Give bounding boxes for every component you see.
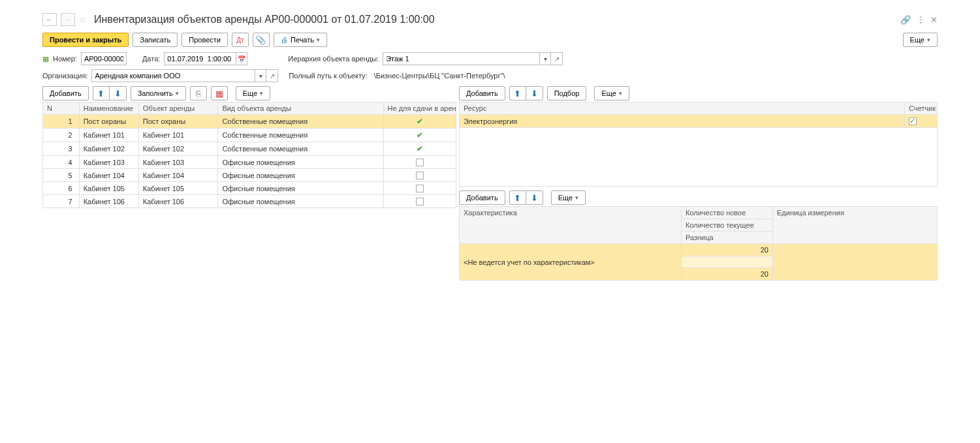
hierarchy-open-icon[interactable]: ↗ — [551, 52, 563, 65]
table-row[interactable]: 6Кабинет 105Кабинет 105Офисные помещения — [43, 182, 456, 195]
char-more-button[interactable]: Еще — [551, 191, 586, 205]
left-move-up-button[interactable]: ⬆ — [93, 86, 110, 100]
nav-forward-button[interactable]: → — [61, 13, 75, 26]
objects-table[interactable]: N Наименование Объект аренды Вид объекта… — [42, 102, 456, 208]
norent-checkbox[interactable] — [416, 159, 424, 166]
left-add-button[interactable]: Добавить — [42, 86, 89, 100]
col-meter[interactable]: Счетчик — [905, 102, 938, 115]
org-dropdown-icon[interactable]: ▾ — [255, 69, 266, 82]
org-input[interactable] — [91, 69, 255, 82]
col-resource[interactable]: Ресурс — [460, 102, 905, 115]
col-name[interactable]: Наименование — [79, 102, 138, 115]
char-move-down-button[interactable]: ⬇ — [526, 191, 543, 205]
check-icon: ✔ — [388, 130, 452, 140]
characteristics-table[interactable]: Характеристика Количество новое Единица … — [459, 206, 938, 281]
more-button[interactable]: Еще — [903, 33, 938, 47]
char-row[interactable]: <Не ведется учет по характеристикам> 20 — [460, 244, 938, 256]
table-row[interactable]: 4Кабинет 103Кабинет 103Офисные помещения — [43, 156, 456, 169]
close-icon[interactable]: ✕ — [930, 15, 938, 25]
resource-table[interactable]: Ресурс Счетчик Электроэнергия — [459, 102, 938, 187]
col-char[interactable]: Характеристика — [460, 207, 682, 244]
check-icon: ✔ — [388, 144, 452, 153]
nav-back-button[interactable]: ← — [42, 13, 57, 26]
hierarchy-label: Иерархия объекта аренды: — [288, 55, 379, 63]
norent-checkbox[interactable] — [416, 198, 424, 206]
table-row[interactable]: 7Кабинет 106Кабинет 106Офисные помещения — [43, 195, 456, 208]
col-qty-new[interactable]: Количество новое — [682, 207, 773, 219]
document-icon: ▦ — [42, 55, 49, 63]
left-extra-icon[interactable]: ▦ — [211, 86, 228, 100]
fullpath-label: Полный путь к объекту: — [289, 72, 367, 80]
left-fill-button[interactable]: Заполнить — [131, 86, 186, 100]
norent-checkbox[interactable] — [416, 185, 424, 192]
save-button[interactable]: Записать — [133, 33, 178, 47]
date-input[interactable] — [164, 52, 236, 65]
favorite-star-icon[interactable]: ☆ — [79, 14, 87, 25]
number-label: Номер: — [53, 55, 77, 63]
left-more-button[interactable]: Еще — [236, 86, 270, 100]
resource-add-button[interactable]: Добавить — [459, 86, 505, 100]
meter-checkbox[interactable] — [909, 117, 917, 125]
left-copy-icon[interactable]: ⎘ — [190, 86, 207, 100]
col-norent[interactable]: Не для сдачи в аренду — [383, 102, 456, 115]
link-icon[interactable]: 🔗 — [900, 15, 911, 25]
hierarchy-input[interactable] — [383, 52, 539, 65]
hierarchy-dropdown-icon[interactable]: ▾ — [539, 52, 551, 65]
col-n[interactable]: N — [43, 102, 80, 115]
resource-row[interactable]: Электроэнергия — [460, 115, 938, 128]
char-move-up-button[interactable]: ⬆ — [509, 191, 526, 205]
movements-icon[interactable]: Дт — [232, 33, 249, 47]
col-unit[interactable]: Единица измерения — [773, 207, 938, 244]
number-input[interactable] — [81, 52, 127, 65]
col-object[interactable]: Объект аренды — [138, 102, 218, 115]
calendar-icon[interactable]: 📅 — [236, 52, 247, 65]
page-title: Инвентаризация объектов аренды АР00-0000… — [94, 14, 435, 25]
post-button[interactable]: Провести — [182, 33, 228, 47]
kebab-menu-icon[interactable]: ⋮ — [916, 14, 925, 25]
resource-move-up-button[interactable]: ⬆ — [509, 86, 526, 100]
table-row[interactable]: 2Кабинет 101Кабинет 101Собственные помещ… — [43, 129, 456, 142]
org-label: Организация: — [42, 72, 87, 80]
check-icon: ✔ — [388, 117, 452, 126]
char-add-button[interactable]: Добавить — [459, 191, 505, 205]
table-row[interactable]: 1Пост охраныПост охраныСобственные помещ… — [43, 115, 456, 129]
print-button[interactable]: 🖨Печать — [274, 33, 327, 47]
resource-empty-row — [460, 128, 938, 187]
left-move-down-button[interactable]: ⬇ — [110, 86, 127, 100]
resource-more-button[interactable]: Еще — [594, 86, 629, 100]
col-qty-cur[interactable]: Количество текущее — [682, 219, 773, 232]
resource-pick-button[interactable]: Подбор — [547, 86, 587, 100]
norent-checkbox[interactable] — [416, 172, 424, 179]
col-diff[interactable]: Разница — [682, 232, 773, 244]
resource-move-down-button[interactable]: ⬇ — [526, 86, 543, 100]
post-and-close-button[interactable]: Провести и закрыть — [42, 33, 129, 47]
table-row[interactable]: 5Кабинет 104Кабинет 104Офисные помещения — [43, 169, 456, 182]
fullpath-value: \Бизнес-Центры\БЦ "Санкт-Петербург"\ — [371, 72, 505, 80]
table-row[interactable]: 3Кабинет 102Кабинет 102Собственные помещ… — [43, 142, 456, 156]
org-open-icon[interactable]: ↗ — [266, 69, 278, 82]
col-type[interactable]: Вид объекта аренды — [218, 102, 383, 115]
attach-icon[interactable]: 📎 — [253, 33, 270, 47]
date-label: Дата: — [142, 55, 160, 63]
